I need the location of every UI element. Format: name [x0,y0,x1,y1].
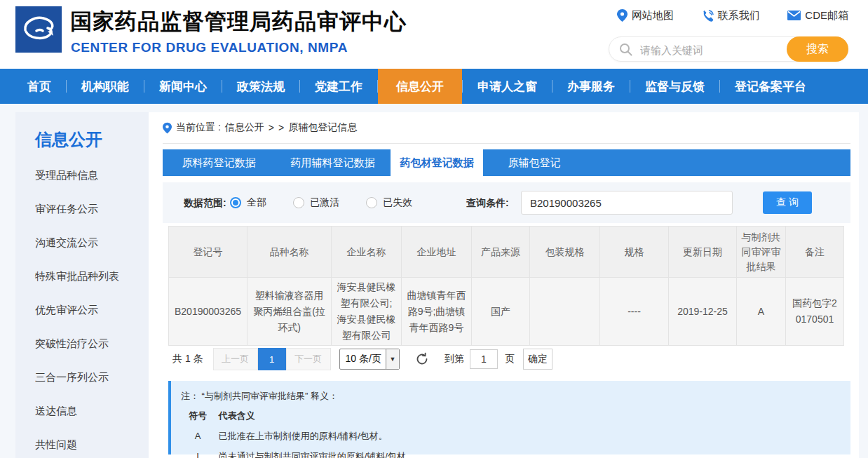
query-label: 查询条件: [466,197,509,210]
goto-confirm-button[interactable]: 确定 [523,349,552,370]
note-symbol-a: A [185,431,210,441]
sidebar-item-communication[interactable]: 沟通交流公示 [15,226,149,260]
breadcrumb-divider [163,143,850,144]
sidebar-item-priority-review[interactable]: 优先审评公示 [15,293,149,327]
breadcrumb-current: 原辅包登记信息 [288,121,357,134]
note-row-i: I 尚未通过与制剂共同审评审批的原料/辅料/包材。 [171,443,850,458]
tab-excipient-registration[interactable]: 药用辅料登记数据 [275,149,391,176]
main-content: 当前位置 : 信息公开 > > 原辅包登记信息 原料药登记数据 药用辅料登记数据… [149,112,859,458]
site-search-input[interactable] [639,39,775,61]
sidebar-item-breakthrough-therapy[interactable]: 突破性治疗公示 [15,327,149,361]
pagination-total: 共 1 条 [172,353,203,365]
tab-api-registration[interactable]: 原料药登记数据 [163,149,275,176]
page: 国家药品监督管理局药品审评中心 CENTER FOR DRUG EVALUATI… [0,0,868,458]
col-update-date: 更新日期 [669,227,737,278]
query-button[interactable]: 查 询 [763,191,812,214]
breadcrumb-prefix: 当前位置 : [176,121,221,134]
mailbox-link[interactable]: CDE邮箱 [787,9,848,22]
tab-apipack-registration[interactable]: 原辅包登记 [483,149,585,176]
scope-label: 数据范围: [184,197,226,210]
col-product-origin: 产品来源 [472,227,530,278]
radio-all[interactable]: 全部 [230,196,266,209]
nav-item-supervision[interactable]: 监督与反馈 [630,69,719,104]
col-spec: 规格 [600,227,669,278]
col-joint-review-result: 与制剂共同审评审批结果 [737,227,786,278]
site-header: 国家药品监督管理局药品审评中心 CENTER FOR DRUG EVALUATI… [0,0,868,69]
sitemap-link[interactable]: 网站地图 [617,9,674,22]
radio-all-label: 全部 [247,196,266,209]
radio-activated[interactable]: 已激活 [293,196,339,209]
phone-icon [702,10,714,22]
sidebar-item-common-issues[interactable]: 共性问题 [15,428,149,458]
table-row: B20190003265 塑料输液容器用聚丙烯组合盖(拉环式) 海安县健民橡塑有… [169,278,844,346]
sidebar-list: 受理品种信息 审评任务公示 沟通交流公示 特殊审批品种列表 优先审评公示 突破性… [15,159,149,458]
site-search-button[interactable]: 搜索 [787,36,848,62]
nav-item-registration-platform[interactable]: 登记备案平台 [720,69,821,104]
radio-expired-circle [366,197,377,208]
cell-variety-name: 塑料输液容器用聚丙烯组合盖(拉环式) [247,278,332,346]
registration-table: 登记号 品种名称 企业名称 企业地址 产品来源 包装规格 规格 更新日期 与制剂… [168,226,844,346]
col-company-address: 企业地址 [402,227,472,278]
contact-link[interactable]: 联系我们 [702,9,760,22]
note-column-headers: 符号 代表含义 [171,403,850,422]
breadcrumb: 当前位置 : 信息公开 > > 原辅包登记信息 [163,121,357,135]
cell-product-origin: 国产 [472,278,530,346]
data-tabs: 原料药登记数据 药用辅料登记数据 药包材登记数据 原辅包登记 [163,149,850,176]
refresh-button[interactable] [415,352,429,366]
site-subtitle: CENTER FOR DRUG EVALUATION, NMPA [71,40,348,55]
goto-page-input[interactable] [470,349,498,369]
cell-update-date: 2019-12-25 [669,278,737,346]
nav-item-news[interactable]: 新闻中心 [144,69,222,104]
tab-packaging-registration[interactable]: 药包材登记数据 [391,149,483,176]
note-meaning-i: 尚未通过与制剂共同审评审批的原料/辅料/包材。 [219,451,415,458]
page-number-button[interactable]: 1 [258,348,286,370]
goto-page-label: 到第 [445,353,464,365]
nav-item-policies[interactable]: 政策法规 [222,69,299,104]
site-title: 国家药品监督管理局药品审评中心 [70,7,407,36]
radio-expired[interactable]: 已失效 [366,196,412,209]
radio-all-circle [230,197,241,208]
cell-packaging-spec [530,278,600,346]
query-input[interactable] [521,191,733,215]
sidebar-item-special-approval[interactable]: 特殊审批品种列表 [15,260,149,293]
search-icon [619,43,632,56]
note-symbol-i: I [185,451,210,458]
sidebar-item-delivery-info[interactable]: 送达信息 [15,394,149,428]
note-symbol-header: 符号 [185,410,210,422]
sidebar-item-accepted-varieties[interactable]: 受理品种信息 [15,159,149,192]
sitemap-label: 网站地图 [632,9,674,22]
sidebar-item-three-in-one[interactable]: 三合一序列公示 [15,361,149,394]
nav-item-functions[interactable]: 机构职能 [67,69,144,104]
page-size-value: 10 条/页 [340,353,386,365]
col-remarks: 备注 [786,227,844,278]
sidebar: 信息公开 受理品种信息 审评任务公示 沟通交流公示 特殊审批品种列表 优先审评公… [15,112,149,458]
cde-logo-icon [15,6,62,53]
radio-activated-label: 已激活 [310,196,339,209]
sidebar-item-review-tasks[interactable]: 审评任务公示 [15,192,149,226]
goto-page-unit: 页 [505,353,515,365]
breadcrumb-level1[interactable]: 信息公开 [225,121,264,134]
nav-item-home[interactable]: 首页 [13,69,66,104]
nav-item-party[interactable]: 党建工作 [300,69,377,104]
table-header-row: 登记号 品种名称 企业名称 企业地址 产品来源 包装规格 规格 更新日期 与制剂… [169,227,844,278]
location-pin-icon [617,9,628,22]
next-page-button[interactable]: 下一页 [286,348,331,370]
legend-note: 注： “与制剂共同审评审批结果” 释义： 符号 代表含义 A 已批准在上市制剂使… [168,381,850,454]
radio-expired-label: 已失效 [383,196,412,209]
cell-joint-review-result: A [737,278,786,346]
prev-page-button[interactable]: 上一页 [213,348,258,370]
note-row-a: A 已批准在上市制剂使用的原料/辅料/包材。 [171,422,850,443]
nav-item-info-disclosure[interactable]: 信息公开 [378,69,462,104]
nav-item-services[interactable]: 办事服务 [552,69,630,104]
mail-icon [787,11,801,20]
nav-item-applicant-window[interactable]: 申请人之窗 [463,69,552,104]
page-size-select[interactable]: 10 条/页 ▼ [339,349,400,370]
breadcrumb-separator: > [278,122,284,133]
col-company-name: 企业名称 [332,227,402,278]
cell-remarks: 国药包字20170501 [786,278,844,346]
pagination: 共 1 条 上一页 1 下一页 10 条/页 ▼ 到第 页 确定 [163,348,850,370]
note-meaning-a: 已批准在上市制剂使用的原料/辅料/包材。 [219,431,388,441]
cell-spec: ---- [600,278,669,346]
breadcrumb-pin-icon [163,122,172,134]
cde-logo [15,6,62,53]
